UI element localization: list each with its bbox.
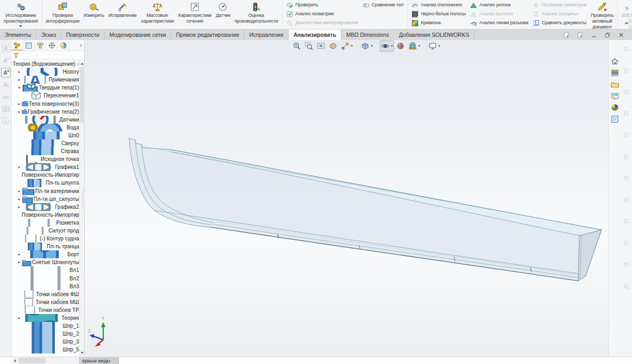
- check-active-doc-button[interactable]: Проверить активный документ: [589, 1, 615, 29]
- interference-button[interactable]: Проверка интерференции: [44, 1, 81, 24]
- tree-expand-arrow-icon[interactable]: ▸: [17, 77, 22, 82]
- tree-item-0[interactable]: Теория (Водоизмещение)<: [12, 60, 79, 68]
- view-orientation-button[interactable]: [360, 41, 374, 52]
- compare-bodies-button[interactable]: Сравнение тел: [361, 1, 405, 9]
- tree-vertical-scrollbar[interactable]: [79, 60, 84, 357]
- parting-line-button[interactable]: Анализ линии разъема: [468, 18, 529, 27]
- tab-анализировать[interactable]: Анализировать: [289, 29, 341, 40]
- tree-item-14[interactable]: Поверхность-Импортир: [12, 171, 79, 179]
- close-icon[interactable]: [618, 32, 625, 38]
- scroll-up-arrow[interactable]: [81, 63, 84, 65]
- zoom-fit-button[interactable]: [291, 41, 302, 52]
- tree-item-10[interactable]: Сверху: [12, 139, 79, 147]
- design-library-button[interactable]: [610, 68, 619, 77]
- ribbon-collapse-icon[interactable]: [624, 20, 630, 26]
- tree-item-6[interactable]: ▸Графические тела(2): [12, 108, 79, 116]
- tree-horizontal-scrollbar[interactable]: [12, 357, 85, 364]
- tree-expand-arrow-icon[interactable]: ▸: [17, 102, 22, 106]
- tree-collapse-arrow-icon[interactable]: ▾: [17, 85, 22, 90]
- zebra-button[interactable]: Черно-белые полосы: [410, 9, 467, 18]
- tree-item-36[interactable]: Шпр_5: [12, 346, 79, 353]
- repair-button[interactable]: Исправление: [107, 1, 139, 18]
- tree-expand-arrow-icon[interactable]: ▸: [17, 69, 22, 74]
- filter-icon[interactable]: [13, 52, 19, 59]
- tree-item-32[interactable]: ▸Теория: [12, 314, 79, 322]
- tree-item-30[interactable]: Точки набоев МШ: [12, 298, 79, 306]
- tree-expand-arrow-icon[interactable]: ▸: [17, 165, 22, 169]
- view-settings-button[interactable]: [427, 41, 441, 52]
- tree-expand-arrow-icon[interactable]: ▸: [17, 189, 22, 194]
- viewport-3d[interactable]: Y Z: [85, 40, 608, 357]
- annotation-add-button[interactable]: A: [1, 68, 11, 77]
- tree-item-18[interactable]: ▸Графика2: [12, 203, 79, 211]
- tree-expand-arrow-icon[interactable]: ▸: [17, 197, 22, 201]
- home-button[interactable]: [610, 57, 619, 66]
- appearances-button[interactable]: [610, 103, 619, 112]
- tab-элементы[interactable]: Элементы: [0, 29, 36, 40]
- scroll-left-arrow[interactable]: [14, 359, 16, 362]
- performance-button[interactable]: Оценка производительности: [233, 1, 280, 24]
- doc-icon[interactable]: [577, 32, 584, 38]
- tab-эскиз[interactable]: Эскиз: [36, 29, 61, 40]
- tree-expand-arrow-icon[interactable]: ▸: [17, 260, 22, 265]
- tab-добавления-solidworks[interactable]: Добавления SOLIDWORKS: [394, 29, 475, 40]
- tree-item-4[interactable]: Пересечение1: [12, 92, 79, 99]
- tree-item-24[interactable]: ▸Борт: [12, 250, 79, 258]
- tree-item-33[interactable]: Шпр_1: [12, 322, 79, 330]
- custom-properties-button[interactable]: [610, 115, 619, 124]
- minimize-icon[interactable]: [590, 32, 597, 38]
- panel-tab-feature-tree[interactable]: [12, 40, 23, 50]
- tree-item-12[interactable]: Исходная точка: [12, 155, 79, 163]
- tree-item-15[interactable]: Пл-ть шпунта: [12, 179, 79, 187]
- tab-поверхности[interactable]: Поверхности: [61, 29, 104, 40]
- tree-item-17[interactable]: ▸Пл-ти шп_силуэты: [12, 195, 79, 203]
- tree-item-1[interactable]: ▸History: [12, 68, 79, 76]
- tree-item-26[interactable]: Вл1: [12, 266, 79, 274]
- tree-item-23[interactable]: Пл-ть транца: [12, 242, 79, 250]
- tree-expand-arrow-icon[interactable]: ▸: [17, 205, 22, 209]
- tree-item-22[interactable]: (-) Контур судна: [12, 235, 79, 242]
- mass-props-button[interactable]: Массовые характеристики: [139, 1, 175, 24]
- edit-appearance-button[interactable]: [395, 41, 406, 52]
- panel-tab-dimxpert[interactable]: [46, 40, 58, 50]
- scroll-thumb[interactable]: [80, 67, 84, 123]
- tree-expand-arrow-icon[interactable]: ▸: [17, 252, 22, 257]
- tree-item-31[interactable]: Точки набоев ТР: [12, 306, 79, 314]
- annotation-views-button[interactable]: [340, 41, 354, 52]
- tree-item-2[interactable]: ▸AПримечания: [12, 76, 79, 84]
- tree-item-21[interactable]: Силуэт прод: [12, 227, 79, 235]
- tab-mbd-dimensions[interactable]: MBD Dimensions: [341, 29, 394, 40]
- panel-tab-property-manager[interactable]: [23, 40, 35, 50]
- tree-item-29[interactable]: Точки набоев ФШ: [12, 290, 79, 298]
- check-button[interactable]: Проверить: [284, 1, 360, 9]
- tree-item-19[interactable]: Поверхность-Импортир: [12, 211, 79, 219]
- tree-item-11[interactable]: Справа: [12, 147, 79, 155]
- panel-tab-display-manager[interactable]: [58, 40, 70, 50]
- measure-button[interactable]: Измерить: [82, 1, 106, 18]
- tree-item-25[interactable]: ▸Снятые Шпангоуты: [12, 258, 79, 266]
- tree-item-27[interactable]: Вл2: [12, 275, 79, 282]
- file-explorer-button[interactable]: [610, 80, 619, 89]
- previous-view-button[interactable]: [315, 41, 327, 52]
- curvature-button[interactable]: Кривизна: [410, 18, 467, 27]
- tree-item-16[interactable]: ▸Пл-ти ватерлинии: [12, 187, 79, 195]
- tree-item-35[interactable]: Шпр_3: [12, 338, 79, 346]
- ribbon-overflow-icon[interactable]: [624, 5, 630, 12]
- tree-item-28[interactable]: Вл3: [12, 282, 79, 290]
- panel-tab-configuration[interactable]: [35, 40, 46, 50]
- tree-item-9[interactable]: Шп0: [12, 132, 79, 139]
- tab-прямое-редактирование[interactable]: Прямое редактирование: [171, 29, 244, 40]
- zoom-area-button[interactable]: [303, 41, 314, 52]
- tree-item-5[interactable]: ▸Тела поверхности(3): [12, 99, 79, 107]
- tab-моделирование-сетки[interactable]: Моделирование сетки: [105, 29, 172, 40]
- bottom-tab-3d-views[interactable]: ерные виды: [79, 357, 119, 364]
- scroll-down-arrow[interactable]: [81, 352, 84, 354]
- tree-item-20[interactable]: Разметка: [12, 219, 79, 227]
- view-palette-button[interactable]: [610, 92, 619, 100]
- compare-docs-button[interactable]: Сравнить документы: [531, 18, 588, 27]
- scroll-thumb[interactable]: [18, 358, 46, 363]
- tree-item-13[interactable]: ▸Графика1: [12, 163, 79, 171]
- draft-analysis-button[interactable]: Анализ уклона: [468, 1, 529, 9]
- sensor-button[interactable]: Датчик: [214, 1, 232, 18]
- tree-expand-arrow-icon[interactable]: ▸: [17, 316, 22, 320]
